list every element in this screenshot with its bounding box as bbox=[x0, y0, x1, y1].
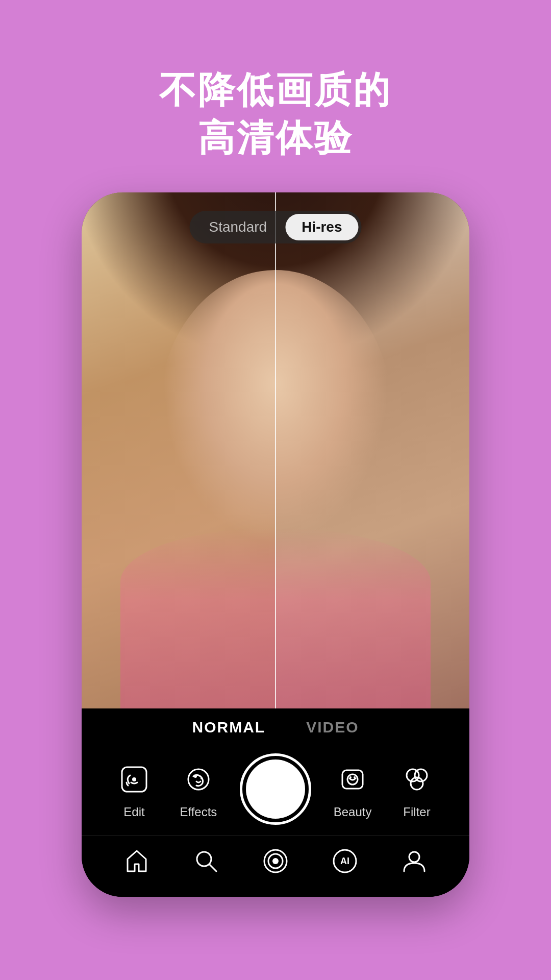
svg-text:AI: AI bbox=[340, 856, 349, 866]
edit-icon bbox=[114, 759, 155, 800]
svg-point-1 bbox=[132, 777, 136, 781]
effects-icon bbox=[178, 759, 219, 800]
svg-point-7 bbox=[349, 776, 352, 778]
header-line2: 高清体验 bbox=[159, 114, 392, 162]
edit-button[interactable]: Edit bbox=[102, 759, 166, 819]
search-icon bbox=[191, 846, 221, 876]
camera-view: Standard Hi-res bbox=[82, 192, 469, 708]
comparison-divider bbox=[275, 192, 276, 708]
ai-icon: AI bbox=[330, 846, 360, 876]
header-text: 不降低画质的 高清体验 bbox=[159, 66, 392, 162]
hires-btn[interactable]: Hi-res bbox=[285, 214, 358, 240]
nav-ai[interactable]: AI bbox=[330, 846, 360, 876]
nav-camera[interactable] bbox=[260, 846, 291, 876]
mode-tabs: NORMAL VIDEO bbox=[82, 719, 469, 738]
bottom-nav: AI bbox=[82, 835, 469, 881]
profile-icon bbox=[399, 846, 430, 876]
controls-bottom: NORMAL VIDEO Edit bbox=[82, 708, 469, 897]
filter-button[interactable]: Filter bbox=[385, 759, 449, 819]
shutter-inner bbox=[246, 760, 305, 819]
tab-video[interactable]: VIDEO bbox=[306, 719, 359, 738]
nav-profile[interactable] bbox=[399, 846, 430, 876]
svg-point-3 bbox=[194, 775, 197, 778]
header-line1: 不降低画质的 bbox=[159, 66, 392, 114]
beauty-button[interactable]: Beauty bbox=[320, 759, 385, 819]
camera-buttons-row: Edit Effects bbox=[82, 753, 469, 825]
effects-button[interactable]: Effects bbox=[166, 759, 231, 819]
effects-label: Effects bbox=[180, 805, 217, 819]
shutter-outer bbox=[240, 753, 311, 825]
svg-point-8 bbox=[354, 776, 356, 778]
standard-btn[interactable]: Standard bbox=[192, 214, 283, 240]
nav-home[interactable] bbox=[121, 846, 152, 876]
shutter-button[interactable] bbox=[231, 753, 320, 825]
phone-mockup: Standard Hi-res NORMAL VIDEO bbox=[82, 192, 469, 897]
beauty-icon bbox=[332, 759, 373, 800]
nav-search[interactable] bbox=[191, 846, 221, 876]
svg-line-13 bbox=[209, 864, 216, 871]
home-icon bbox=[121, 846, 152, 876]
quality-toggle: Standard Hi-res bbox=[189, 211, 361, 243]
edit-label: Edit bbox=[123, 805, 144, 819]
filter-icon bbox=[396, 759, 437, 800]
beauty-label: Beauty bbox=[334, 805, 372, 819]
tab-normal[interactable]: NORMAL bbox=[192, 719, 265, 738]
svg-point-19 bbox=[409, 852, 419, 862]
svg-point-4 bbox=[201, 777, 203, 779]
camera-nav-icon bbox=[260, 846, 291, 876]
svg-point-16 bbox=[272, 858, 279, 864]
filter-label: Filter bbox=[403, 805, 430, 819]
